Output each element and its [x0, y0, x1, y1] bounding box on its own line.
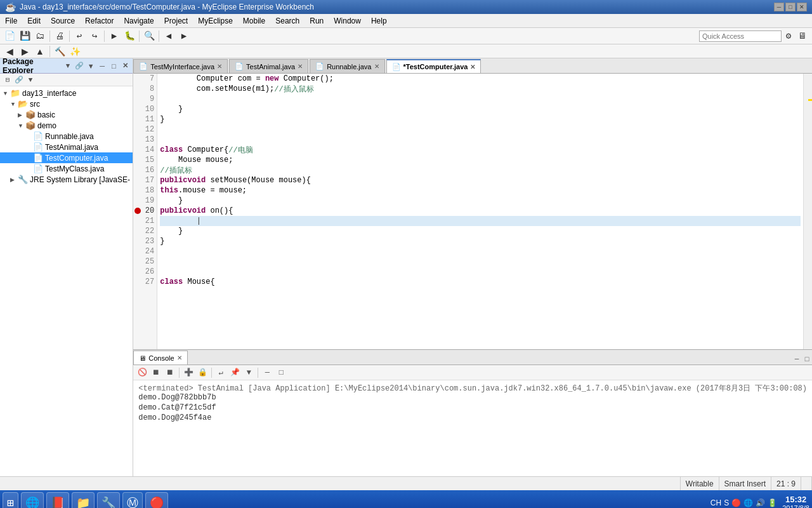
redo-button[interactable]: ↪	[88, 29, 102, 43]
menu-file[interactable]: File	[0, 14, 22, 27]
sidebar-minimize-button[interactable]: ─	[97, 61, 107, 71]
sidebar-item-basic[interactable]: ▶ 📦 basic	[0, 109, 133, 120]
tab-close-testcomputer[interactable]: ✕	[470, 64, 475, 70]
extra-app-button[interactable]: 🔴	[145, 492, 168, 508]
myeclipse-button[interactable]: Ⓜ	[122, 492, 143, 508]
maximize-button[interactable]: □	[785, 3, 796, 11]
console-tab[interactable]: 🖥 Console ✕	[133, 351, 187, 364]
console-close-button[interactable]: ✕	[177, 354, 182, 361]
save-all-button[interactable]: 🗂	[33, 29, 47, 43]
save-button[interactable]: 💾	[18, 29, 32, 43]
console-pin-button[interactable]: 📌	[228, 366, 241, 379]
tab-testcomputer[interactable]: 📄 *TestComputer.java ✕	[386, 59, 481, 73]
menu-run[interactable]: Run	[304, 14, 329, 27]
print-button[interactable]: 🖨	[53, 29, 67, 43]
console-sep-1	[179, 368, 180, 378]
menu-help[interactable]: Help	[366, 14, 392, 27]
console-clear-button[interactable]: 🚫	[136, 366, 148, 379]
sidebar-link-editor[interactable]: 🔗	[14, 75, 24, 85]
sidebar-header: Package Explorer ▾ 🔗 ▼ ─ □ ✕	[0, 58, 133, 74]
forward-button[interactable]: ▶	[177, 29, 191, 43]
menu-search[interactable]: Search	[270, 14, 304, 27]
menu-window[interactable]: Window	[329, 14, 366, 27]
undo-button[interactable]: ↩	[72, 29, 86, 43]
tree-arrow-jre: ▶	[10, 177, 18, 183]
code-content[interactable]: Computer com = new Computer(); com.setMo…	[157, 74, 803, 349]
code-line-19: }	[160, 196, 801, 206]
tools-button[interactable]: 🔧	[97, 492, 120, 508]
sidebar-link-button[interactable]: 🔗	[74, 61, 84, 71]
build-button[interactable]: 🔨	[53, 44, 67, 58]
search-button[interactable]: 🔍	[142, 29, 156, 43]
status-position: 21 : 9	[771, 477, 801, 490]
console-maximize[interactable]: □	[802, 354, 812, 364]
tab-testanimal[interactable]: 📄 TestAnimal.java ✕	[229, 59, 308, 73]
code-line-18: this.mouse = mouse;	[160, 185, 801, 196]
console-stop-button[interactable]: ⏹	[150, 366, 162, 379]
menu-project[interactable]: Project	[159, 14, 193, 27]
error-indicator	[808, 99, 812, 101]
status-writable: Writable	[681, 477, 719, 490]
toolbar-menu-button[interactable]: ⚙	[782, 29, 796, 43]
sidebar-item-jre[interactable]: ▶ 🔧 JRE System Library [JavaSE-	[0, 174, 133, 185]
nav-forward-button[interactable]: ▶	[18, 44, 32, 58]
nav-back-button[interactable]: ◀	[3, 44, 16, 58]
quick-access-input[interactable]	[699, 30, 782, 42]
code-line-27: class Mouse{	[160, 277, 801, 287]
close-button[interactable]: ✕	[797, 3, 807, 11]
new-button[interactable]: 📄	[3, 29, 16, 43]
sidebar-collapse-button[interactable]: ▾	[63, 61, 73, 71]
ie-button[interactable]: 🌐	[21, 492, 44, 508]
sidebar-maximize-button[interactable]: □	[108, 61, 119, 71]
console-view-menu[interactable]: ▼	[242, 366, 255, 379]
tab-close-runnable[interactable]: ✕	[374, 63, 379, 70]
menu-edit[interactable]: Edit	[22, 14, 46, 27]
sidebar-menu-button[interactable]: ▼	[86, 61, 96, 71]
menu-refactor[interactable]: Refactor	[80, 14, 119, 27]
console-terminate-button[interactable]: ⏹	[164, 366, 176, 379]
start-button[interactable]: ⊞	[3, 492, 18, 508]
sidebar-toolbar: ▾ 🔗 ▼ ─ □ ✕	[63, 61, 130, 71]
menu-mobile[interactable]: Mobile	[238, 14, 270, 27]
menu-myeclipse[interactable]: MyEclipse	[193, 14, 238, 27]
console-minimize-btn[interactable]: ─	[261, 366, 273, 379]
sidebar-item-testanimal[interactable]: 📄 TestAnimal.java	[0, 142, 133, 152]
tab-close-testanimal[interactable]: ✕	[298, 63, 303, 70]
sidebar-item-testcomputer[interactable]: 📄 TestComputer.java	[0, 152, 133, 163]
pdf-button[interactable]: 📕	[46, 492, 69, 508]
console-minimize[interactable]: ─	[792, 354, 802, 364]
menu-navigate[interactable]: Navigate	[119, 14, 159, 27]
sidebar-close-button[interactable]: ✕	[120, 61, 130, 71]
sidebar-view-menu[interactable]: ▼	[25, 75, 36, 85]
explorer-button[interactable]: 📁	[72, 492, 95, 508]
sidebar-collapse-all[interactable]: ⊟	[3, 75, 13, 85]
tree-label-testmyclass: TestMyClass.java	[45, 164, 104, 173]
clean-button[interactable]: ✨	[68, 44, 82, 58]
console-word-wrap[interactable]: ↵	[214, 366, 227, 379]
sidebar-item-src[interactable]: ▼ 📂 src	[0, 98, 133, 109]
sidebar-item-runnable[interactable]: 📄 Runnable.java	[0, 131, 133, 142]
debug-button[interactable]: 🐛	[122, 29, 136, 43]
line-num-24: 24	[133, 246, 157, 257]
run-button[interactable]: ▶	[107, 29, 121, 43]
tab-close-testmyinterface[interactable]: ✕	[217, 63, 222, 70]
sidebar-item-demo[interactable]: ▼ 📦 demo	[0, 120, 133, 131]
tab-label-runnable: Runnable.java	[327, 63, 371, 70]
console-maximize-btn[interactable]: □	[275, 366, 287, 379]
menu-source[interactable]: Source	[46, 14, 80, 27]
titlebar-title: Java - day13_interface/src/demo/TestComp…	[20, 3, 314, 11]
sidebar-action-bar: ⊟ 🔗 ▼	[0, 74, 133, 86]
code-line-26	[160, 267, 801, 277]
back-button[interactable]: ◀	[162, 29, 176, 43]
tab-runnable[interactable]: 📄 Runnable.java ✕	[310, 59, 384, 73]
perspective-button[interactable]: 🖥	[796, 29, 809, 43]
tree-icon-testmyclass: 📄	[33, 164, 43, 173]
clock-time: 15:32	[782, 495, 809, 504]
sidebar-item-testmyclass[interactable]: 📄 TestMyClass.java	[0, 163, 133, 174]
tab-testmyinterface[interactable]: 📄 TestMyInterface.java ✕	[133, 59, 228, 73]
console-new-button[interactable]: ➕	[182, 366, 195, 379]
minimize-button[interactable]: ─	[774, 3, 784, 11]
sidebar-item-day13[interactable]: ▼ 📁 day13_interface	[0, 88, 133, 98]
nav-up-button[interactable]: ▲	[33, 44, 47, 58]
console-scroll-lock[interactable]: 🔒	[196, 366, 209, 379]
